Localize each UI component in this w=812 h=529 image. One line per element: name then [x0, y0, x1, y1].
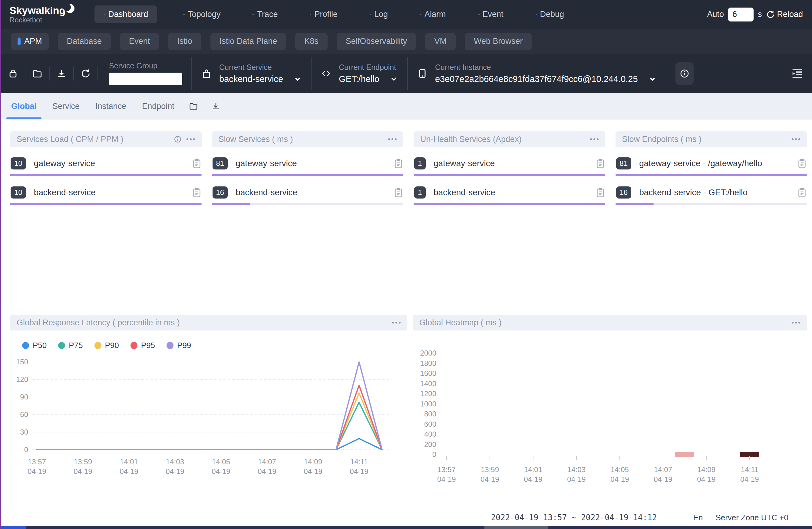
service-row[interactable]: 1 backend-service [414, 187, 605, 199]
current-instance-selector[interactable]: Current Instance e3e07e2a2b664e8c91fda37… [417, 63, 657, 84]
endpoint-row[interactable]: 81 gateway-service - /gateway/hello [615, 157, 807, 170]
current-endpoint-value: GET:/hello [339, 74, 379, 84]
layer-tab-database[interactable]: Database [58, 33, 111, 50]
chevron-down-icon[interactable] [390, 75, 398, 83]
server-zone-label: Server Zone UTC +0 [715, 513, 788, 522]
layer-tab-apm[interactable]: APM [11, 33, 49, 50]
nav-item-event[interactable]: Event [472, 5, 509, 23]
refresh-icon[interactable] [81, 69, 91, 79]
import-template-folder-icon[interactable] [189, 102, 198, 111]
reload-icon [766, 10, 775, 19]
more-options-icon[interactable] [590, 138, 598, 140]
nav-dot-icon [370, 14, 371, 15]
lock-icon[interactable] [8, 69, 18, 79]
nav-item-alarm[interactable]: Alarm [414, 5, 452, 23]
value-badge: 16 [616, 187, 632, 199]
service-row[interactable]: 81 gateway-service [212, 157, 404, 170]
service-name: backend-service [34, 188, 192, 197]
nav-item-profile[interactable]: Profile [304, 5, 344, 23]
nav-item-debug[interactable]: Debug [530, 5, 570, 23]
auto-label: Auto [707, 10, 724, 19]
tab-service[interactable]: Service [51, 93, 81, 119]
tab-instance[interactable]: Instance [94, 93, 128, 119]
current-endpoint-selector[interactable]: Current Endpoint GET:/hello [321, 63, 398, 84]
language-switch[interactable]: En [693, 513, 703, 522]
folder-icon[interactable] [32, 69, 42, 79]
layer-tab-web-browser[interactable]: Web Browser [465, 33, 532, 50]
layer-tab-event[interactable]: Event [120, 33, 159, 50]
heatmap-chart[interactable] [440, 349, 789, 460]
endpoint-name: gateway-service - /gateway/hello [639, 159, 798, 168]
legend-item-p95[interactable]: P95 [130, 341, 155, 350]
reload-button[interactable]: Reload [766, 10, 803, 19]
current-instance-label: Current Instance [435, 63, 657, 72]
clipboard-icon[interactable] [798, 159, 806, 168]
bottom-scroll-fragment[interactable] [484, 526, 548, 529]
card-header: Slow Endpoints ( ms ) [615, 131, 807, 147]
clipboard-icon[interactable] [394, 188, 403, 197]
chevron-down-icon[interactable] [648, 75, 657, 83]
more-options-icon[interactable] [392, 322, 401, 324]
export-template-download-icon[interactable] [211, 102, 220, 111]
card-services-load: Services Load ( CPM / PPM ) 10 gateway-s… [10, 131, 202, 315]
service-row[interactable]: 1 gateway-service [414, 157, 605, 170]
current-service-selector[interactable]: Current Service backend-service [201, 63, 302, 84]
chevron-down-icon[interactable] [293, 75, 302, 83]
layer-tab-selfobservability[interactable]: SelfObservability [337, 33, 416, 50]
more-options-icon[interactable] [792, 322, 800, 324]
service-row[interactable]: 10 gateway-service [10, 157, 202, 170]
layer-tab-istio[interactable]: Istio [168, 33, 201, 50]
more-options-icon[interactable] [187, 138, 195, 140]
service-row[interactable]: 16 backend-service [212, 187, 404, 199]
download-icon[interactable] [56, 69, 67, 79]
brand-logo[interactable]: Skywalking Rocketbot [10, 5, 73, 24]
current-instance-value: e3e07e2a2b664e8c91fda37f674f9cc6@10.244.… [435, 74, 638, 84]
clipboard-icon[interactable] [192, 159, 201, 168]
more-options-icon[interactable] [792, 138, 800, 140]
service-name: gateway-service [235, 159, 394, 168]
tab-endpoint[interactable]: Endpoint [141, 93, 176, 119]
card-global-heatmap: Global Heatmap ( ms ) 2000 1800 1600 140… [413, 315, 807, 491]
dashboard-view-tabs: Global Service Instance Endpoint [0, 93, 812, 119]
card-global-response-latency: Global Response Latency ( percentile in … [10, 315, 407, 491]
service-group-input[interactable] [109, 73, 182, 85]
legend-item-p50[interactable]: P50 [22, 341, 47, 350]
latency-line-chart[interactable] [32, 359, 390, 453]
endpoint-row[interactable]: 16 backend-service - GET:/hello [615, 187, 807, 199]
tab-global[interactable]: Global [10, 93, 38, 119]
legend-item-p75[interactable]: P75 [58, 341, 83, 350]
nav-dot-icon [310, 14, 311, 15]
clipboard-icon[interactable] [596, 188, 605, 197]
layer-tabs: APM Database Event Istio Istio Data Plan… [0, 29, 812, 54]
layer-tab-k8s[interactable]: K8s [295, 33, 328, 50]
more-options-icon[interactable] [388, 138, 396, 140]
service-row[interactable]: 10 backend-service [10, 187, 202, 199]
endpoint-name: backend-service - GET:/hello [639, 188, 798, 197]
time-range-picker[interactable]: 2022-04-19 13:57 ~ 2022-04-19 14:12 [491, 513, 657, 522]
nav-dot-icon [103, 14, 105, 15]
legend-item-p90[interactable]: P90 [95, 341, 119, 350]
clipboard-icon[interactable] [192, 188, 201, 197]
value-badge: 81 [616, 157, 632, 170]
auto-interval-input[interactable] [728, 8, 754, 21]
nav-item-topology[interactable]: Topology [177, 5, 227, 23]
progress-bar [10, 203, 202, 205]
layer-tab-vm[interactable]: VM [425, 33, 456, 50]
value-badge: 16 [213, 187, 228, 199]
auto-unit: s [758, 10, 762, 19]
clipboard-icon[interactable] [798, 188, 806, 197]
info-button[interactable] [676, 62, 694, 85]
config-panel-icon[interactable] [790, 67, 804, 80]
clipboard-icon[interactable] [596, 159, 605, 168]
card-header: Global Response Latency ( percentile in … [10, 315, 407, 330]
nav-item-dashboard[interactable]: Dashboard [95, 5, 157, 23]
moon-logo-icon [66, 5, 73, 15]
nav-item-trace[interactable]: Trace [246, 5, 284, 23]
layer-tab-istio-data-plane[interactable]: Istio Data Plane [211, 33, 286, 50]
service-name: gateway-service [434, 159, 596, 168]
clipboard-icon[interactable] [394, 159, 403, 168]
nav-dot-icon [183, 14, 185, 15]
legend-item-p99[interactable]: P99 [166, 341, 191, 350]
nav-item-log[interactable]: Log [364, 5, 394, 23]
info-icon[interactable] [174, 135, 182, 143]
